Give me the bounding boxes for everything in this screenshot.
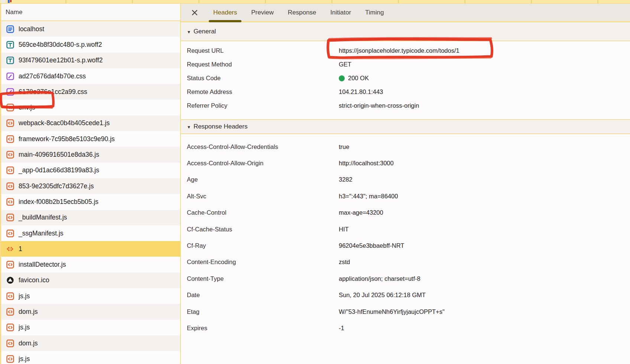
tab-headers[interactable]: Headers bbox=[213, 4, 237, 21]
request-name-label: localhost bbox=[19, 25, 44, 33]
header-value: zstd bbox=[339, 259, 350, 266]
request-details-panel: HeadersPreviewResponseInitiatorTiming ▼ … bbox=[181, 4, 630, 364]
network-request-row-installDetector.js[interactable]: installDetector.js bbox=[1, 257, 180, 272]
tab-preview[interactable]: Preview bbox=[251, 4, 273, 21]
header-name: Date bbox=[187, 292, 339, 299]
request-name-label: 6170e376e1cc2a99.css bbox=[19, 88, 87, 96]
network-request-row-framework-7c95b8e5103c9e90.js[interactable]: framework-7c95b8e5103c9e90.js bbox=[1, 131, 180, 147]
network-request-row-_ssgManifest.js[interactable]: _ssgManifest.js bbox=[1, 225, 180, 241]
header-value: 96204e5e3bbaebff-NRT bbox=[339, 242, 404, 249]
request-name-label: 93f479601ee12b01-s.p.woff2 bbox=[19, 56, 103, 64]
network-request-rows: localhost 569ce4b8f30dc480-s.p.woff2 93f… bbox=[1, 21, 180, 364]
network-request-row-_buildManifest.js[interactable]: _buildManifest.js bbox=[1, 210, 180, 225]
network-request-row-853-9e2305dfc7d3627e.js[interactable]: 853-9e2305dfc7d3627e.js bbox=[1, 178, 180, 194]
network-overview-strip[interactable] bbox=[0, 0, 630, 4]
status-ok-dot-icon bbox=[339, 75, 345, 81]
request-name-label: js.js bbox=[19, 292, 30, 300]
stylesheet-icon bbox=[6, 88, 14, 96]
header-name: Request URL bbox=[187, 47, 339, 54]
header-name: Etag bbox=[187, 308, 339, 315]
response-headers-section-header[interactable]: ▼ Response Headers bbox=[181, 119, 630, 134]
network-request-row-localhost[interactable]: localhost bbox=[1, 21, 180, 37]
name-column-header[interactable]: Name bbox=[1, 4, 180, 21]
close-details-button[interactable] bbox=[189, 7, 200, 18]
header-row-cache-control: Cache-Controlmax-age=43200 bbox=[181, 205, 630, 221]
header-row-remote-address: Remote Address104.21.80.1:443 bbox=[181, 85, 630, 99]
script-icon bbox=[6, 292, 14, 300]
header-row-expires: Expires-1 bbox=[181, 320, 630, 336]
font-icon bbox=[6, 56, 14, 65]
request-name-label: main-4096916501e8da36.js bbox=[19, 151, 99, 159]
response-headers-section-body: Access-Control-Allow-CredentialstrueAcce… bbox=[181, 134, 630, 337]
header-row-content-type: Content-Typeapplication/json; charset=ut… bbox=[181, 270, 630, 287]
network-request-row-93f479601ee12b01-s.p.woff2[interactable]: 93f479601ee12b01-s.p.woff2 bbox=[1, 53, 180, 68]
request-name-label: dom.js bbox=[19, 339, 38, 347]
header-row-request-method: Request MethodGET bbox=[181, 58, 630, 71]
general-section-header[interactable]: ▼ General bbox=[181, 22, 630, 41]
network-request-row-favicon.ico[interactable]: favicon.ico bbox=[1, 273, 180, 288]
header-row-alt-svc: Alt-Svch3=":443"; ma=86400 bbox=[181, 188, 630, 204]
request-name-label: webpack-8cac0b4b405cede1.js bbox=[19, 119, 110, 127]
request-name-label: dom.js bbox=[19, 308, 38, 316]
header-value: 104.21.80.1:443 bbox=[339, 88, 383, 95]
network-request-row-js.js[interactable]: js.js bbox=[1, 351, 180, 364]
header-name: Expires bbox=[187, 325, 339, 332]
network-request-row-569ce4b8f30dc480-s.p.woff2[interactable]: 569ce4b8f30dc480-s.p.woff2 bbox=[1, 37, 180, 52]
header-name: Alt-Svc bbox=[187, 193, 339, 200]
header-name: Remote Address bbox=[187, 88, 339, 95]
header-value: W/"53-hfEnumeNh6YirfjyjaujcOPPT+s" bbox=[339, 308, 445, 315]
network-request-row-env.js[interactable]: env.js bbox=[1, 100, 180, 115]
header-name: Cache-Control bbox=[187, 209, 339, 216]
header-name: Request Method bbox=[187, 61, 339, 68]
request-name-label: index-f008b2b15ecb5b05.js bbox=[19, 198, 98, 206]
header-value: 200 OK bbox=[339, 75, 369, 82]
tab-initiator[interactable]: Initiator bbox=[330, 4, 351, 21]
header-value: Sun, 20 Jul 2025 06:12:18 GMT bbox=[339, 292, 426, 299]
request-name-label: 1 bbox=[19, 245, 22, 253]
header-row-age: Age3282 bbox=[181, 172, 630, 188]
script-icon bbox=[6, 339, 14, 347]
network-request-row-1[interactable]: 1 bbox=[1, 241, 180, 257]
header-name: Cf-Cache-Status bbox=[187, 226, 339, 233]
header-row-request-url: Request URLhttps://jsonplaceholder.typic… bbox=[181, 44, 630, 58]
header-value: https://jsonplaceholder.typicode.com/tod… bbox=[339, 47, 459, 54]
network-request-row-_app-0d1ac66d38199a83.js[interactable]: _app-0d1ac66d38199a83.js bbox=[1, 163, 180, 178]
header-row-referrer-policy: Referrer Policystrict-origin-when-cross-… bbox=[181, 99, 630, 113]
network-request-row-webpack-8cac0b4b405cede1.js[interactable]: webpack-8cac0b4b405cede1.js bbox=[1, 116, 180, 131]
close-icon bbox=[191, 9, 198, 16]
script-icon bbox=[6, 324, 14, 332]
favicon-icon bbox=[6, 276, 14, 285]
network-request-row-ad27c676daf4b70e.css[interactable]: ad27c676daf4b70e.css bbox=[1, 68, 180, 84]
network-request-row-main-4096916501e8da36.js[interactable]: main-4096916501e8da36.js bbox=[1, 147, 180, 162]
header-value: strict-origin-when-cross-origin bbox=[339, 102, 419, 109]
header-value: 3282 bbox=[339, 176, 353, 183]
script-icon bbox=[6, 198, 14, 206]
network-request-row-js.js[interactable]: js.js bbox=[1, 320, 180, 335]
overview-blue-mark bbox=[8, 0, 10, 3]
network-request-row-dom.js[interactable]: dom.js bbox=[1, 335, 180, 351]
stylesheet-icon bbox=[6, 72, 14, 80]
header-value: -1 bbox=[339, 325, 344, 332]
header-name: Access-Control-Allow-Origin bbox=[187, 160, 339, 167]
header-value: true bbox=[339, 143, 349, 150]
tab-response[interactable]: Response bbox=[288, 4, 316, 21]
header-value: http://localhost:3000 bbox=[339, 160, 394, 167]
script-icon bbox=[6, 214, 14, 222]
request-name-label: favicon.ico bbox=[19, 276, 49, 284]
request-name-label: env.js bbox=[19, 104, 35, 111]
request-name-label: _buildManifest.js bbox=[19, 214, 67, 221]
script-icon bbox=[6, 229, 14, 237]
network-request-row-index-f008b2b15ecb5b05.js[interactable]: index-f008b2b15ecb5b05.js bbox=[1, 194, 180, 209]
network-request-row-6170e376e1cc2a99.css[interactable]: 6170e376e1cc2a99.css bbox=[1, 84, 180, 100]
network-request-row-dom.js[interactable]: dom.js bbox=[1, 304, 180, 319]
header-value: h3=":443"; ma=86400 bbox=[339, 193, 398, 200]
header-value: max-age=43200 bbox=[339, 209, 383, 216]
script-icon bbox=[6, 261, 14, 269]
request-name-label: js.js bbox=[19, 355, 30, 363]
tab-timing[interactable]: Timing bbox=[365, 4, 384, 21]
script-icon bbox=[6, 135, 14, 143]
header-row-status-code: Status Code200 OK bbox=[181, 71, 630, 85]
network-request-row-js.js[interactable]: js.js bbox=[1, 288, 180, 304]
script-icon bbox=[6, 104, 14, 112]
header-row-access-control-allow-credentials: Access-Control-Allow-Credentialstrue bbox=[181, 139, 630, 155]
